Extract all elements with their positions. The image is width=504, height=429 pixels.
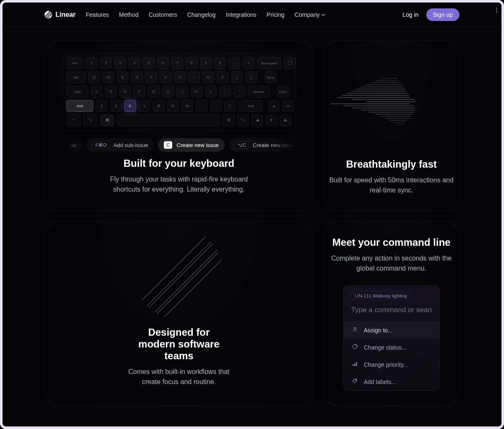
svg-point-10 xyxy=(354,327,356,329)
nav-company[interactable]: Company xyxy=(294,11,326,18)
key: Esc xyxy=(66,57,83,69)
card-command: Meet your command line Complete any acti… xyxy=(323,221,459,406)
key: + xyxy=(243,57,255,69)
card-fast-sub: Built for speed with 50ms interactions a… xyxy=(324,175,459,195)
svg-rect-13 xyxy=(354,363,355,366)
key: 6 xyxy=(157,57,169,69)
key: 4 xyxy=(129,57,140,69)
key xyxy=(117,114,220,126)
key: C xyxy=(124,100,136,112)
shortcut-pill[interactable]: ⌥CCreate new issue from te… xyxy=(229,138,296,152)
key: 7 xyxy=(171,57,183,69)
key: J xyxy=(176,86,188,97)
nav-links: Features Method Customers Changelog Inte… xyxy=(86,11,402,18)
key: ⌘ xyxy=(100,114,114,126)
shortcut-keycap: ⌥C xyxy=(235,141,249,149)
top-nav: Linear Features Method Customers Changel… xyxy=(3,3,501,27)
shortcut-label: Add sub-issue xyxy=(113,142,148,148)
command-item-label: Change priority... xyxy=(364,361,408,368)
command-item[interactable]: Assign to... xyxy=(344,321,439,339)
key: N xyxy=(167,100,179,112)
svg-rect-9 xyxy=(143,238,225,320)
card-teams-sub: Comes with built-in workflows that creat… xyxy=(124,367,234,387)
login-link[interactable]: Log in xyxy=(402,11,418,18)
key: E xyxy=(117,71,129,83)
command-item-label: Assign to... xyxy=(364,327,393,334)
key: , xyxy=(196,100,207,112)
key: F xyxy=(134,86,145,97)
chevron-down-icon xyxy=(321,13,326,17)
key: V xyxy=(139,100,150,112)
key: Fn xyxy=(282,100,294,112)
key: A xyxy=(91,86,102,97)
key: ⌘ xyxy=(223,114,234,126)
nav-integrations[interactable]: Integrations xyxy=(226,11,256,18)
key: ▲ xyxy=(268,100,280,112)
shortcut-pill[interactable]: ue xyxy=(64,139,82,151)
status-icon xyxy=(352,344,358,351)
key: Backspace xyxy=(257,57,281,69)
command-menu: LIN-111 Walkway lighting Assign to...Cha… xyxy=(343,285,440,391)
key: T xyxy=(145,71,157,83)
nav-method[interactable]: Method xyxy=(119,11,139,18)
command-input[interactable] xyxy=(351,303,432,317)
nav-features[interactable]: Features xyxy=(86,11,109,18)
label-icon xyxy=(352,378,358,385)
key: Shift xyxy=(239,100,263,112)
key: D xyxy=(119,86,131,97)
key: G xyxy=(148,86,160,97)
key: X xyxy=(110,100,122,112)
key: PgDn xyxy=(277,86,289,97)
key: U xyxy=(174,71,186,83)
shortcut-pill[interactable]: ⇧⌘OAdd sub-issue xyxy=(86,138,154,152)
svg-rect-12 xyxy=(353,364,354,366)
svg-point-15 xyxy=(355,380,356,381)
key: L xyxy=(205,86,217,97)
card-command-sub: Complete any action in seconds with the … xyxy=(328,253,454,274)
key: 3 xyxy=(114,57,126,69)
command-item[interactable]: Change priority... xyxy=(344,356,439,373)
key: ⌥ xyxy=(83,114,97,126)
card-teams: Designed for modern software teams Comes… xyxy=(45,221,313,406)
key: Return xyxy=(248,86,270,97)
brand[interactable]: Linear xyxy=(45,11,76,18)
speedlines-icon xyxy=(352,74,431,125)
command-item[interactable]: Add labels... xyxy=(344,373,439,390)
key: / xyxy=(224,100,236,112)
key: 1 xyxy=(86,57,97,69)
key: P xyxy=(217,71,228,83)
key: W xyxy=(102,71,114,83)
nav-right: Log in Sign up xyxy=(402,8,459,21)
key: K xyxy=(191,86,202,97)
key: Y xyxy=(160,71,171,83)
shortcut-label: ue xyxy=(70,142,76,148)
signup-button[interactable]: Sign up xyxy=(426,8,459,21)
key: " xyxy=(234,86,245,97)
card-command-title: Meet your command line xyxy=(324,237,459,248)
nav-customers[interactable]: Customers xyxy=(149,11,177,18)
shortcut-pill[interactable]: CCreate new issue xyxy=(158,138,224,152)
command-item[interactable]: Change status... xyxy=(344,339,439,356)
assignee-icon xyxy=(352,326,358,334)
command-item-label: Change status... xyxy=(364,344,407,351)
card-teams-title: Designed for modern software teams xyxy=(129,326,229,362)
key: Z xyxy=(96,100,108,112)
key: 8 xyxy=(186,57,197,69)
key: ⌥ xyxy=(237,114,249,126)
command-item-label: Add labels... xyxy=(364,379,396,385)
key: R xyxy=(131,71,143,83)
key: ] xyxy=(245,71,257,83)
key: 5 xyxy=(143,57,155,69)
shortcut-label: Create new issue from te… xyxy=(253,142,296,148)
card-keyboard-title: Built for your keyboard xyxy=(45,158,313,169)
shortcut-keycap: ⇧⌘O xyxy=(92,141,109,149)
nav-changelog[interactable]: Changelog xyxy=(187,11,216,18)
card-fast: Breathtakingly fast Built for speed with… xyxy=(323,40,459,211)
shortcut-rail: ue⇧⌘OAdd sub-issueCCreate new issue⌥CCre… xyxy=(62,138,296,152)
key xyxy=(284,57,296,69)
linear-outline-icon xyxy=(133,228,225,320)
card-fast-title: Breathtakingly fast xyxy=(324,158,459,170)
nav-pricing[interactable]: Pricing xyxy=(267,11,285,18)
card-keyboard-sub: Fly through your tasks with rapid-fire k… xyxy=(103,174,255,195)
card-keyboard: Esc1234567890-+Backspace TabQWERTYUIOP[]… xyxy=(45,40,313,211)
